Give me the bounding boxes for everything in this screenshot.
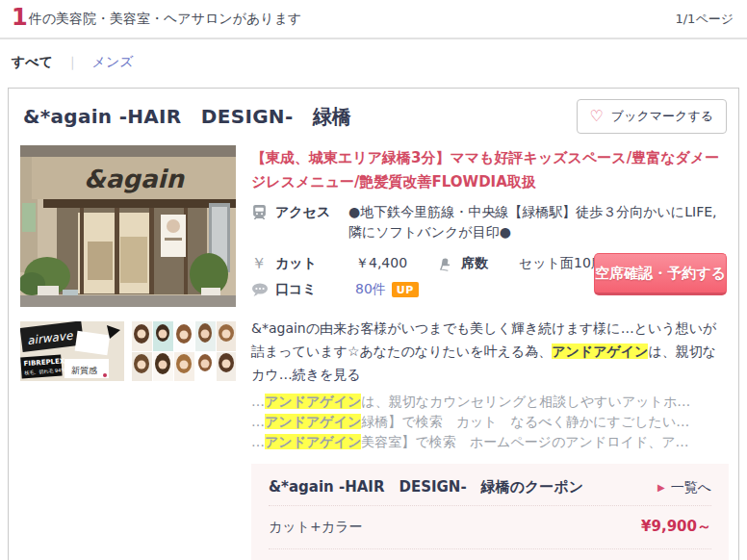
coupon-title: &*again -HAIR DESIGN- 緑橋のクーポン (269, 478, 583, 496)
coupon-name: カット+カラー (269, 519, 372, 536)
access-label: アクセス (275, 202, 348, 242)
snippet-pre: … (251, 434, 265, 449)
thumbnail-hairstyles-photo[interactable] (132, 321, 236, 381)
tab-separator: ｜ (65, 54, 79, 69)
speech-bubble-icon (251, 281, 275, 297)
snippet-line: …アンドアゲイン美容室】で検索 ホームページのアンドロイド、ア… (251, 432, 729, 452)
salon-details: 【東成、城東エリア緑橋3分】ママも好評キッズスペース/豊富なダメージレスメニュー… (251, 145, 729, 560)
coupon-price: ¥9,900～ (641, 518, 711, 536)
bookmark-button[interactable]: ♡ ブックマークする (577, 99, 727, 134)
chair-icon (437, 255, 461, 271)
results-header: 1件の美容院・美容室・ヘアサロンがあります 1/1ページ (0, 0, 747, 39)
snippet-pre: … (251, 394, 265, 409)
description-highlight: アンドアゲイン (552, 344, 648, 359)
results-count-label: 件の美容院・美容室・ヘアサロンがあります (29, 11, 302, 26)
salon-storefront-photo[interactable]: &again (20, 145, 236, 307)
snippet-line: …アンドアゲイン緑橋】で検索 カット なるべく静かにすごしたい… (251, 412, 729, 432)
salon-card: &*again -HAIR DESIGN- 緑橋 ♡ ブックマークする &aga… (8, 88, 739, 560)
coupon-row[interactable]: カット+カラー ¥9,900～ (269, 505, 711, 548)
thumb-shinshitsukan-text: 新質感 (71, 366, 97, 375)
results-count-line: 1件の美容院・美容室・ヘアサロンがあります (12, 4, 301, 31)
cut-label: カット (275, 255, 355, 272)
salon-description: &*againの由来お客様がいつまでも美しく輝き続けます様に…という想いが詰まっ… (251, 317, 729, 386)
snippet-line: …アンドアゲインは、親切なカウンセリングと相談しやすいアットホ… (251, 392, 729, 412)
snippet-post: は、親切なカウンセリングと相談しやすいアットホ… (361, 394, 690, 409)
snippet-highlight: アンドアゲイン (265, 394, 361, 409)
arrow-right-icon: ▶ (657, 482, 665, 493)
coupon-list-link-label: 一覧へ (671, 479, 711, 496)
filter-tabs: すべて ｜ メンズ (0, 39, 747, 88)
salon-name-link[interactable]: &*again -HAIR DESIGN- 緑橋 (23, 104, 351, 130)
coupon-list-link[interactable]: ▶ 一覧へ (657, 479, 711, 496)
review-label: 口コミ (275, 281, 355, 298)
snippet-pre: … (251, 414, 265, 429)
yen-icon: ￥ (251, 252, 275, 274)
cut-price: ￥4,400 (355, 255, 437, 272)
coupon-box: &*again -HAIR DESIGN- 緑橋のクーポン ▶ 一覧へ カット+… (251, 464, 729, 560)
access-value: ●地下鉄今里筋線・中央線【緑橋駅】徒歩３分向かいにLIFE,隣にソフトバンクが目… (348, 202, 729, 242)
photo-column: &again (20, 145, 236, 560)
results-count: 1 (12, 4, 28, 31)
snippet-highlight: アンドアゲイン (265, 434, 361, 449)
coupon-header: &*again -HAIR DESIGN- 緑橋のクーポン ▶ 一覧へ (269, 478, 711, 505)
stats-block: ￥ カット ￥4,400 席数 セット面10席 (251, 250, 729, 306)
salon-headline: 【東成、城東エリア緑橋3分】ママも好評キッズスペース/豊富なダメージレスメニュー… (251, 146, 729, 194)
thumbnail-row: airwave FIBREPLEX 枝毛、切れ毛 94%削減 新質感 (20, 321, 236, 381)
tab-all[interactable]: すべて (12, 54, 53, 69)
salon-card-header: &*again -HAIR DESIGN- 緑橋 ♡ ブックマークする (9, 89, 738, 143)
thumbnail-products-photo[interactable]: airwave FIBREPLEX 枝毛、切れ毛 94%削減 新質感 (20, 321, 124, 381)
bookmark-button-label: ブックマークする (611, 108, 713, 125)
read-more-link[interactable]: 続きを見る (293, 367, 361, 382)
review-count-link[interactable]: 80件 (355, 281, 386, 298)
seats-label: 席数 (461, 255, 519, 272)
snippet-post: 緑橋】で検索 カット なるべく静かにすごしたい… (361, 414, 689, 429)
snippet-post: 美容室】で検索 ホームページのアンドロイド、ア… (361, 434, 688, 449)
tab-mens[interactable]: メンズ (92, 54, 134, 69)
salon-sign-text: &again (84, 165, 185, 193)
search-snippets: …アンドアゲインは、親切なカウンセリングと相談しやすいアットホ… …アンドアゲイ… (251, 392, 729, 452)
train-icon (251, 202, 275, 242)
snippet-highlight: アンドアゲイン (265, 414, 361, 429)
up-badge: UP (392, 282, 419, 297)
salon-card-body: &again (9, 143, 738, 560)
coupon-row[interactable]: カット+フローディア髪質改善KEEP12トリートメント★ケアプロ使用 ¥11,0… (269, 548, 711, 560)
reserve-button[interactable]: 空席確認・予約する (594, 253, 727, 295)
access-row: アクセス ●地下鉄今里筋線・中央線【緑橋駅】徒歩３分向かいにLIFE,隣にソフト… (251, 202, 729, 242)
heart-icon: ♡ (590, 109, 604, 124)
pagination: 1/1ページ (675, 11, 734, 31)
seats-value: セット面10席 (519, 255, 605, 272)
